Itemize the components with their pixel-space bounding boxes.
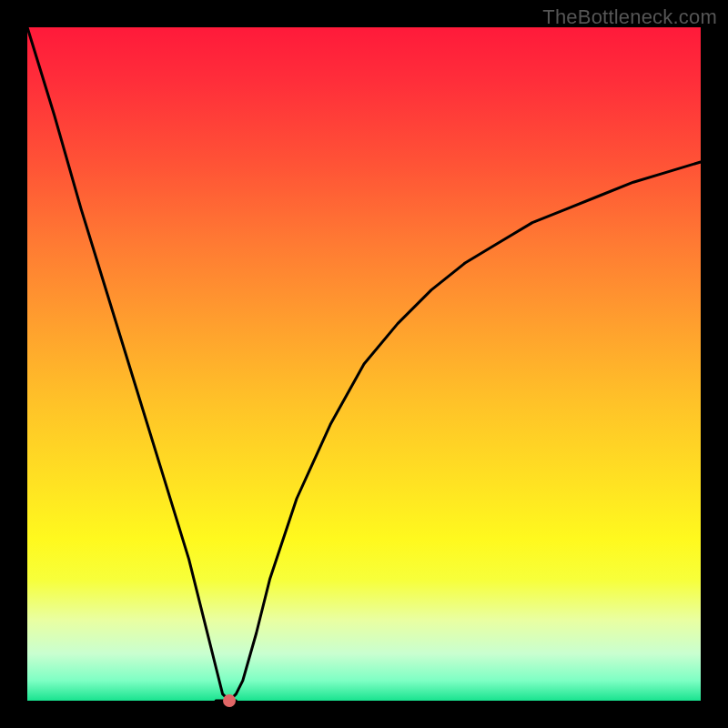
chart-frame: TheBottleneck.com xyxy=(0,0,728,728)
plot-area xyxy=(27,27,701,701)
minimum-marker xyxy=(223,694,236,707)
watermark-text: TheBottleneck.com xyxy=(542,5,717,29)
bottleneck-curve xyxy=(27,27,701,701)
curve-layer xyxy=(27,27,701,701)
